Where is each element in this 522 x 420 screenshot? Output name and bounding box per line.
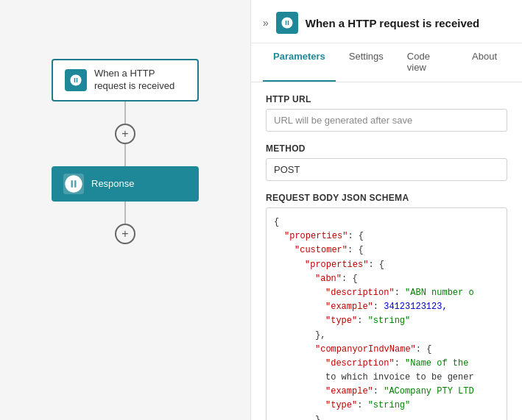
tab-settings[interactable]: Settings bbox=[339, 43, 394, 82]
panel-header-icon bbox=[276, 12, 298, 34]
json-line: "properties": { bbox=[274, 229, 499, 243]
json-line: "type": "string" bbox=[274, 314, 499, 328]
panel-title: When a HTTP request is received bbox=[306, 17, 479, 29]
method-label: Method bbox=[266, 143, 507, 154]
json-line: "abn": { bbox=[274, 272, 499, 286]
response-node-label: Response bbox=[91, 178, 135, 189]
response-node[interactable]: Response bbox=[52, 166, 199, 202]
breadcrumb-arrow: » bbox=[263, 17, 269, 29]
trigger-node-label: When a HTTP request is received bbox=[94, 68, 186, 93]
json-schema-editor[interactable]: { "properties": { "customer": { "propert… bbox=[266, 207, 507, 420]
json-line: }, bbox=[274, 413, 499, 420]
content-area: HTTP URL URL will be generated after sav… bbox=[251, 82, 522, 420]
trigger-node[interactable]: When a HTTP request is received bbox=[52, 59, 199, 102]
json-line: { bbox=[274, 216, 499, 229]
left-panel: When a HTTP request is received + Respon… bbox=[0, 0, 250, 420]
panel-header: » When a HTTP request is received bbox=[251, 0, 522, 43]
add-step-button-2[interactable]: + bbox=[115, 224, 135, 244]
json-line: "customer": { bbox=[274, 243, 499, 257]
tab-about[interactable]: About bbox=[462, 43, 507, 82]
json-line: "example": 34123123123, bbox=[274, 300, 499, 314]
http-url-input[interactable]: URL will be generated after save bbox=[266, 109, 507, 132]
method-input[interactable]: POST bbox=[266, 158, 507, 181]
response-node-icon bbox=[63, 174, 84, 194]
json-line: "companyorIndvName": { bbox=[274, 343, 499, 357]
tab-parameters[interactable]: Parameters bbox=[263, 43, 336, 82]
json-line: "description": "Name of the bbox=[274, 357, 499, 371]
connector-line-3 bbox=[124, 202, 126, 224]
trigger-node-icon bbox=[65, 69, 87, 91]
json-line: "description": "ABN number o bbox=[274, 286, 499, 300]
json-schema-label: Request Body JSON Schema bbox=[266, 193, 507, 203]
json-line: to which invoice to be gener bbox=[274, 371, 499, 385]
connector-line-2 bbox=[124, 144, 126, 166]
json-line: }, bbox=[274, 329, 499, 343]
json-line: "properties": { bbox=[274, 258, 499, 272]
right-panel: » When a HTTP request is received Parame… bbox=[250, 0, 522, 420]
connector-line-1 bbox=[124, 102, 126, 124]
tab-bar: Parameters Settings Code view About bbox=[251, 43, 522, 82]
add-step-button-1[interactable]: + bbox=[115, 124, 135, 144]
tab-codeview[interactable]: Code view bbox=[397, 43, 459, 82]
json-line: "type": "string" bbox=[274, 399, 499, 413]
http-url-label: HTTP URL bbox=[266, 94, 507, 104]
json-line: "example": "ACompany PTY LTD bbox=[274, 385, 499, 399]
